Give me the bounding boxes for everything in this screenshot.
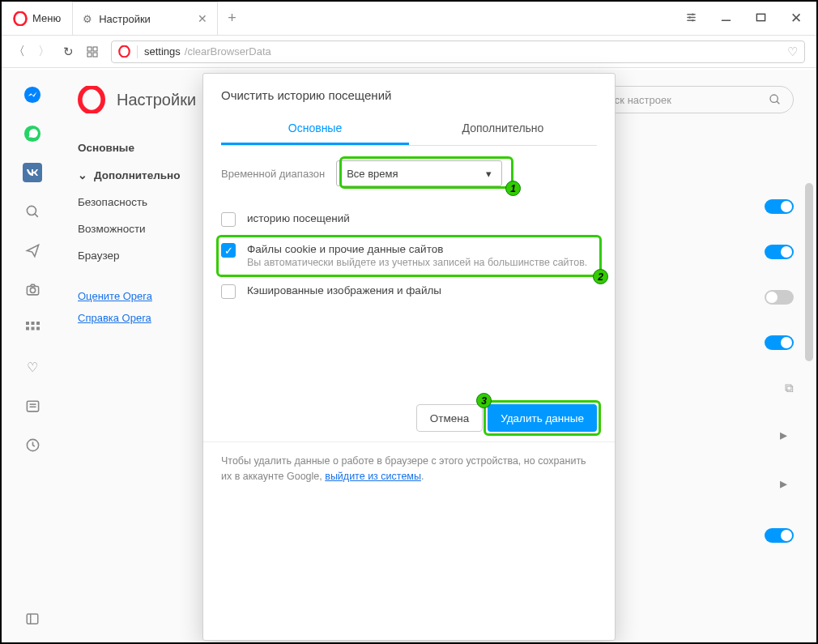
history-icon[interactable] — [22, 434, 43, 455]
panel-toggle-icon[interactable] — [22, 608, 43, 629]
reload-button[interactable]: ↻ — [63, 45, 74, 59]
clear-data-dialog: Очистить историю посещений Основные Допо… — [202, 73, 616, 641]
rate-opera-link[interactable]: Оцените Opera — [78, 285, 199, 307]
sidebar-rail: ♡ — [3, 70, 62, 641]
tab-advanced[interactable]: Дополнительно — [409, 113, 597, 145]
dropdown-icon: ▾ — [486, 168, 492, 180]
toggle[interactable] — [765, 245, 794, 259]
chevron-right-icon[interactable]: ▸ — [773, 426, 794, 444]
whatsapp-icon[interactable] — [22, 123, 43, 144]
svg-rect-6 — [87, 47, 92, 51]
opera-icon — [13, 11, 28, 26]
titlebar: Меню ⚙ Настройки ✕ + ✕ — [2, 2, 816, 36]
chevron-right-icon[interactable]: ▸ — [773, 475, 794, 493]
close-window-icon[interactable]: ✕ — [790, 10, 802, 27]
svg-rect-23 — [36, 326, 40, 330]
dialog-footer: Чтобы удалить данные о работе в браузере… — [203, 442, 615, 484]
help-opera-link[interactable]: Справка Opera — [78, 307, 199, 329]
camera-icon[interactable] — [22, 279, 43, 300]
send-icon[interactable] — [22, 240, 43, 261]
settings-sidebar: Основные ⌄Дополнительно Безопасность Воз… — [78, 134, 199, 329]
checkbox-checked[interactable]: ✓ — [221, 243, 236, 258]
svg-rect-5 — [756, 14, 765, 20]
svg-point-10 — [119, 46, 130, 58]
maximize-icon[interactable] — [756, 12, 766, 25]
svg-point-31 — [770, 95, 778, 102]
messenger-icon[interactable] — [22, 84, 43, 105]
sidebar-item-advanced[interactable]: ⌄Дополнительно — [78, 161, 199, 189]
menu-button[interactable]: Меню — [2, 2, 72, 35]
toggle[interactable] — [765, 290, 794, 305]
range-label: Временной диапазон — [221, 168, 325, 180]
heart-icon[interactable]: ♡ — [787, 45, 798, 59]
annotation-badge: 1 — [505, 181, 521, 196]
sign-out-link[interactable]: выйдите из системы — [325, 471, 421, 482]
svg-line-15 — [34, 213, 37, 216]
speed-dial-icon[interactable] — [87, 46, 98, 58]
search-icon[interactable] — [22, 201, 43, 222]
sidebar-item-basic[interactable]: Основные — [78, 134, 199, 161]
opera-icon — [78, 86, 105, 113]
toggle[interactable] — [765, 199, 794, 214]
svg-rect-8 — [87, 53, 92, 57]
forward-button[interactable]: 〉 — [38, 44, 50, 59]
minimize-icon[interactable] — [721, 12, 731, 25]
svg-rect-28 — [27, 614, 38, 624]
search-icon — [769, 93, 782, 106]
close-tab-icon[interactable]: ✕ — [198, 12, 207, 25]
back-button[interactable]: 〈 — [13, 44, 25, 59]
svg-point-3 — [692, 19, 693, 21]
svg-rect-21 — [26, 326, 29, 330]
svg-point-14 — [27, 206, 36, 215]
option-cache[interactable]: Кэшированные изображения и файлы — [221, 276, 597, 307]
sidebar-item-browser[interactable]: Браузер — [78, 242, 199, 269]
svg-rect-9 — [93, 53, 97, 57]
caret-down-icon: ⌄ — [78, 168, 87, 181]
scrollbar[interactable] — [805, 183, 813, 361]
option-history[interactable]: историю посещений — [221, 204, 597, 235]
news-icon[interactable] — [22, 395, 43, 416]
url-input[interactable]: settings/clearBrowserData ♡ — [111, 41, 805, 63]
dialog-title: Очистить историю посещений — [203, 74, 615, 113]
external-link-icon[interactable]: ⧉ — [785, 381, 794, 395]
svg-point-2 — [688, 16, 690, 18]
gear-icon: ⚙ — [83, 13, 92, 25]
toggle[interactable] — [765, 528, 794, 543]
tab-basic[interactable]: Основные — [221, 113, 409, 145]
time-range-select[interactable]: Все время ▾ — [336, 160, 502, 186]
delete-data-button[interactable]: Удалить данные — [488, 404, 597, 432]
svg-line-32 — [777, 101, 779, 104]
svg-rect-22 — [31, 326, 34, 330]
option-cookies[interactable]: ✓ Файлы cookie и прочие данные сайтов Вы… — [221, 235, 597, 276]
address-bar: 〈 〉 ↻ settings/clearBrowserData ♡ — [2, 36, 816, 68]
svg-point-1 — [692, 13, 693, 15]
easy-setup-icon[interactable] — [686, 12, 697, 25]
svg-rect-7 — [93, 47, 97, 51]
new-tab-button[interactable]: + — [218, 2, 246, 35]
svg-point-17 — [30, 288, 35, 292]
svg-rect-20 — [36, 322, 40, 325]
opera-icon — [118, 45, 130, 58]
svg-rect-18 — [26, 322, 29, 325]
grid-icon[interactable] — [22, 318, 43, 339]
sidebar-item-features[interactable]: Возможности — [78, 215, 199, 242]
page-title: Настройки — [117, 91, 196, 109]
svg-rect-19 — [31, 322, 34, 325]
svg-point-0 — [15, 11, 27, 25]
tab-settings[interactable]: ⚙ Настройки ✕ — [72, 2, 218, 35]
sidebar-item-security[interactable]: Безопасность — [78, 189, 199, 215]
cancel-button[interactable]: Отмена — [416, 404, 483, 432]
svg-point-30 — [80, 87, 103, 112]
vk-icon[interactable] — [22, 162, 43, 183]
heart-icon[interactable]: ♡ — [22, 356, 43, 377]
annotation-badge: 2 — [593, 269, 608, 284]
toggle[interactable] — [765, 335, 794, 350]
